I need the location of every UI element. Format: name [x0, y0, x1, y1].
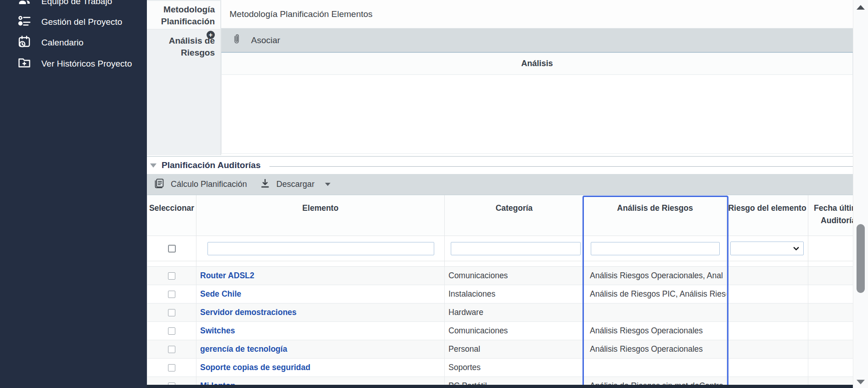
- collapse-arrow-icon[interactable]: [150, 163, 157, 168]
- column-header-riesgo-del-elemento: Riesgo del elemento: [727, 195, 808, 236]
- fecha-cell: [808, 359, 853, 377]
- sidebar-item-gestion-del-proyecto[interactable]: Gestión del Proyecto: [0, 11, 147, 33]
- project-list-icon: [17, 14, 31, 30]
- select-chevron-icon: [793, 245, 800, 252]
- elemento-link[interactable]: gerencía de tecnología: [200, 344, 287, 354]
- table-row: Switches Comunicaciones Análisis Riesgos…: [147, 322, 853, 340]
- metodologia-planificacion-value: Metodología Planificación Elementos: [221, 0, 853, 28]
- calendar-clock-icon: [17, 35, 31, 51]
- section-title: Planificación Auditorías: [162, 160, 261, 170]
- analisis-filter-input[interactable]: [591, 242, 720, 255]
- descargar-button[interactable]: Descargar: [260, 178, 330, 191]
- fecha-cell: [808, 322, 853, 340]
- elemento-filter-input[interactable]: [207, 242, 434, 255]
- row-checkbox[interactable]: [168, 364, 175, 371]
- section-toolbar: Cálculo Planificación Descargar: [147, 174, 853, 195]
- report-icon: [153, 178, 165, 191]
- elemento-link[interactable]: Sede Chile: [200, 289, 241, 299]
- table-spacer-row: [147, 261, 853, 267]
- elemento-link[interactable]: Router ADSL2: [200, 271, 254, 281]
- column-header-elemento: Elemento: [196, 195, 445, 236]
- elemento-link[interactable]: Servidor demostraciones: [200, 308, 297, 317]
- sidebar-item-label: Equipo de Trabajo: [41, 0, 112, 6]
- analisis-cell: Análisis Riesgos Operacionales, Anal: [584, 267, 727, 285]
- table-filter-row: [147, 236, 853, 261]
- scroll-down-icon[interactable]: [857, 380, 865, 384]
- section-title-row: Planificación Auditorías: [147, 157, 853, 174]
- analisis-cell: [584, 304, 727, 322]
- analisis-table-empty-body: [221, 75, 853, 154]
- analisis-cell: Análisis Riesgos Operacionales: [584, 340, 727, 359]
- table-row: Sede Chile Instalaciones Análisis de Rie…: [147, 285, 853, 304]
- folder-plus-icon: [17, 56, 31, 72]
- calculo-planificacion-button[interactable]: Cálculo Planificación: [153, 178, 247, 191]
- sidebar-item-calendario[interactable]: Calendario: [0, 32, 147, 53]
- descargar-label: Descargar: [276, 180, 314, 189]
- riesgo-cell: [727, 304, 808, 322]
- categoria-filter-input[interactable]: [451, 242, 581, 255]
- download-icon: [260, 178, 270, 191]
- column-header-fecha-ultima-auditoria: Fecha última Auditoría: [808, 195, 853, 236]
- table-row: Router ADSL2 Comunicaciones Análisis Rie…: [147, 267, 853, 285]
- fecha-cell: [808, 267, 853, 285]
- analisis-cell: [584, 359, 727, 377]
- categoria-cell: Instalaciones: [445, 285, 584, 304]
- table-header-row: Seleccionar Elemento Categoría Análisis …: [147, 195, 853, 236]
- form-content: Metodología Planificación Elementos Asoc…: [221, 0, 853, 155]
- chevron-down-icon[interactable]: [325, 183, 330, 186]
- riesgo-cell: [727, 322, 808, 340]
- sidebar-item-label: Ver Históricos Proyecto: [41, 59, 132, 69]
- row-checkbox[interactable]: [168, 272, 175, 280]
- categoria-cell: Personal: [445, 340, 584, 359]
- fecha-cell: [808, 285, 853, 304]
- fecha-cell: [808, 340, 853, 359]
- table-row: Soporte copias de seguridad Soportes: [147, 359, 853, 377]
- planificacion-auditorias-section: Planificación Auditorías Cálculo Planifi…: [147, 156, 853, 388]
- sidebar: Equipo de Trabajo Gestión del Proyecto: [0, 0, 147, 388]
- vertical-scrollbar[interactable]: [853, 0, 868, 388]
- asociar-button[interactable]: Asociar: [221, 28, 853, 53]
- column-header-analisis-de-riesgos: Análisis de Riesgos: [584, 195, 727, 236]
- analisis-de-riesgos-label: Análisis de Riesgos: [147, 29, 221, 155]
- riesgo-cell: [727, 285, 808, 304]
- analisis-cell: Análisis de Riesgos PIC, Análisis Riesg: [584, 285, 727, 304]
- paperclip-icon: [231, 34, 242, 47]
- auditorias-table: Seleccionar Elemento Categoría Análisis …: [147, 195, 853, 388]
- select-all-checkbox[interactable]: [168, 245, 176, 253]
- riesgo-cell: [727, 359, 808, 377]
- column-header-seleccionar: Seleccionar: [147, 195, 196, 236]
- scroll-up-icon[interactable]: [857, 5, 865, 10]
- sidebar-item-equipo-de-trabajo[interactable]: Equipo de Trabajo: [0, 0, 147, 12]
- app-window: Equipo de Trabajo Gestión del Proyecto: [0, 0, 868, 388]
- analisis-cell: Análisis Riesgos Operacionales: [584, 322, 727, 340]
- metodologia-planificacion-label: Metodología Planificación+: [147, 1, 221, 29]
- table-row: Servidor demostraciones Hardware: [147, 304, 853, 322]
- riesgo-cell: [727, 267, 808, 285]
- calculo-planificacion-label: Cálculo Planificación: [171, 180, 247, 189]
- riesgo-cell: [727, 340, 808, 359]
- categoria-cell: Soportes: [445, 359, 584, 377]
- row-checkbox[interactable]: [168, 309, 175, 316]
- sidebar-item-ver-historicos-proyecto[interactable]: Ver Históricos Proyecto: [0, 53, 147, 74]
- title-divider: [269, 166, 853, 167]
- column-header-categoria: Categoría: [445, 195, 584, 236]
- categoria-cell: Comunicaciones: [445, 267, 584, 285]
- riesgo-filter-select[interactable]: [730, 242, 804, 255]
- fecha-cell: [808, 304, 853, 322]
- sidebar-item-label: Gestión del Proyecto: [41, 17, 122, 27]
- row-checkbox[interactable]: [168, 291, 175, 298]
- categoria-cell: Hardware: [445, 304, 584, 322]
- elemento-link[interactable]: Switches: [200, 326, 235, 336]
- analisis-table-header: Análisis: [221, 53, 853, 75]
- categoria-cell: Comunicaciones: [445, 322, 584, 340]
- scrollbar-thumb[interactable]: [857, 224, 865, 293]
- row-checkbox[interactable]: [168, 346, 175, 353]
- elemento-link[interactable]: Soporte copias de seguridad: [200, 363, 310, 372]
- table-row: gerencía de tecnología Personal Análisis…: [147, 340, 853, 359]
- row-checkbox[interactable]: [168, 327, 175, 335]
- team-icon: [17, 0, 31, 10]
- sidebar-item-label: Calendario: [41, 38, 84, 48]
- form-label-column: Metodología Planificación+ Análisis de R…: [147, 0, 221, 155]
- asociar-label: Asociar: [251, 35, 280, 45]
- window-bottom-edge: [147, 385, 853, 388]
